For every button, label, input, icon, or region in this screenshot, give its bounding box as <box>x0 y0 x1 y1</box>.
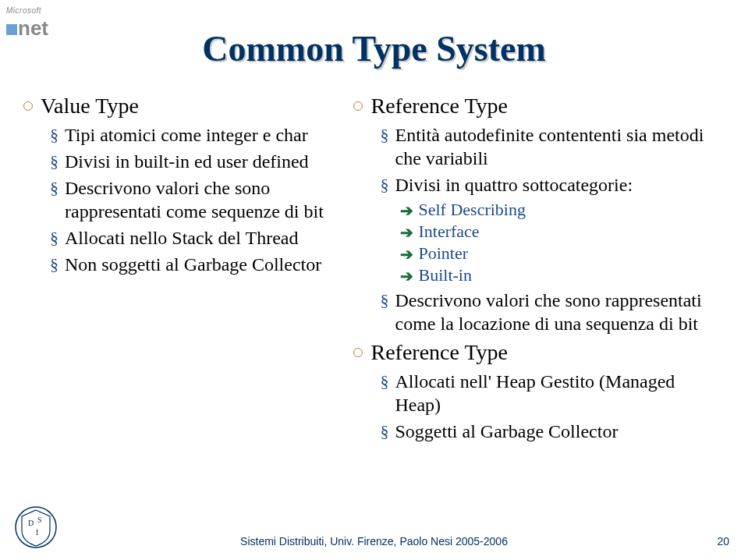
club-bullet-icon: § <box>380 290 388 310</box>
list-item: § Divisi in built-in ed user defined <box>50 150 346 173</box>
list-text: Soggetti al Garbage Collector <box>395 420 618 443</box>
right-column: Reference Type § Entità autodefinite con… <box>353 94 725 446</box>
list-item: § Divisi in quattro sottocategorie: <box>380 173 725 197</box>
list-text: Divisi in quattro sottocategorie: <box>395 173 633 197</box>
sub-text: Interface <box>418 222 479 242</box>
club-bullet-icon: § <box>50 178 58 198</box>
svg-text:S: S <box>37 516 42 524</box>
list-text: Tipi atomici come integer e char <box>65 123 308 147</box>
right-heading-2: Reference Type <box>370 340 508 365</box>
sub-list: ➔ Self Describing ➔ Interface ➔ Pointer … <box>400 200 725 285</box>
footer-text: Sistemi Distribuiti, Univ. Firenze, Paol… <box>0 535 748 548</box>
club-bullet-icon: § <box>380 175 388 195</box>
slide-title: Common Type System Common Type System <box>0 28 748 69</box>
sub-item: ➔ Pointer <box>400 243 725 264</box>
left-heading-row: Value Type <box>23 94 346 119</box>
list-text: Descrivono valori che sono rappresentati… <box>395 289 725 335</box>
sub-item: ➔ Self Describing <box>400 200 725 220</box>
arrow-bullet-icon: ➔ <box>400 223 413 242</box>
list-item: § Non soggetti al Garbage Collector <box>50 253 346 276</box>
club-bullet-icon: § <box>50 125 58 145</box>
left-list: § Tipi atomici come integer e char § Div… <box>50 123 346 276</box>
club-bullet-icon: § <box>50 228 58 248</box>
sub-text: Self Describing <box>418 200 525 220</box>
circle-bullet-icon <box>353 348 363 357</box>
sub-text: Pointer <box>418 243 468 264</box>
list-item: § Descrivono valori che sono rappresenta… <box>50 176 346 223</box>
list-item: § Entità autodefinite contententi sia me… <box>380 123 725 170</box>
list-text: Entità autodefinite contententi sia meto… <box>395 123 725 170</box>
list-text: Divisi in built-in ed user defined <box>65 150 309 173</box>
right-heading-row: Reference Type <box>353 94 725 119</box>
list-item: § Allocati nello Stack del Thread <box>50 226 346 250</box>
club-bullet-icon: § <box>50 151 58 172</box>
sub-item: ➔ Built-in <box>400 265 725 285</box>
sub-text: Built-in <box>418 265 471 285</box>
left-heading: Value Type <box>41 94 139 119</box>
page-number: 20 <box>717 535 729 548</box>
content-columns: Value Type § Tipi atomici come integer e… <box>23 94 725 446</box>
club-bullet-icon: § <box>380 421 388 441</box>
brand-text: Microsoft <box>6 6 76 15</box>
club-bullet-icon: § <box>50 254 58 275</box>
sub-item: ➔ Interface <box>400 222 725 242</box>
list-text: Descrivono valori che sono rappresentati… <box>65 176 346 223</box>
club-bullet-icon: § <box>380 125 388 145</box>
arrow-bullet-icon: ➔ <box>400 267 413 285</box>
right-heading-1: Reference Type <box>370 94 508 119</box>
list-item: § Soggetti al Garbage Collector <box>380 420 725 443</box>
svg-text:D: D <box>28 519 34 527</box>
list-text: Non soggetti al Garbage Collector <box>65 253 321 276</box>
right-list-1: § Entità autodefinite contententi sia me… <box>380 123 725 335</box>
arrow-bullet-icon: ➔ <box>400 245 413 264</box>
list-item: § Descrivono valori che sono rappresenta… <box>380 289 725 335</box>
list-text: Allocati nell' Heap Gestito (Managed Hea… <box>395 370 725 416</box>
circle-bullet-icon <box>23 101 33 111</box>
arrow-bullet-icon: ➔ <box>400 201 413 220</box>
list-text: Allocati nello Stack del Thread <box>65 226 298 250</box>
right-list-2: § Allocati nell' Heap Gestito (Managed H… <box>380 370 725 443</box>
circle-bullet-icon <box>353 101 363 111</box>
club-bullet-icon: § <box>380 371 388 392</box>
left-column: Value Type § Tipi atomici come integer e… <box>23 94 346 446</box>
right-heading-row-2: Reference Type <box>353 340 725 365</box>
list-item: § Tipi atomici come integer e char <box>50 123 346 147</box>
list-item: § Allocati nell' Heap Gestito (Managed H… <box>380 370 725 416</box>
